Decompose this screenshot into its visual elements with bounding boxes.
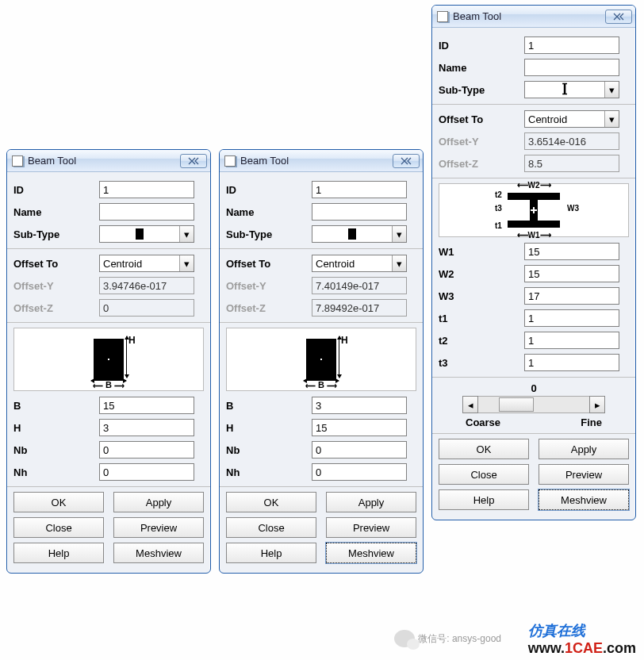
chevron-down-icon[interactable]: ▾ (604, 111, 619, 127)
ibeam-icon: Ⅰ (562, 81, 567, 98)
offset-y-input (524, 132, 619, 150)
preview-button[interactable]: Preview (113, 517, 204, 538)
name-input[interactable] (312, 203, 407, 221)
dim-b-label: ⟵ B ⟶ (93, 380, 125, 389)
close-button[interactable] (605, 10, 632, 24)
ok-button[interactable]: OK (439, 439, 529, 459)
param-label: H (226, 422, 312, 434)
apply-button[interactable]: Apply (326, 492, 416, 512)
section-diagram: H ⟵ B ⟶ (226, 328, 416, 391)
titlebar[interactable]: Beam Tool (7, 150, 210, 172)
watermark-com: .com (603, 640, 636, 656)
param-w2-input[interactable] (524, 265, 619, 282)
offset-y-label: Offset-Y (13, 280, 99, 292)
param-label: Nh (226, 466, 312, 478)
param-nb-input[interactable] (312, 441, 407, 459)
offset-to-value: Centroid (525, 113, 604, 125)
id-input[interactable] (312, 181, 407, 198)
slider-left-button[interactable]: ◂ (462, 396, 478, 413)
param-nh-input[interactable] (99, 463, 194, 481)
ok-button[interactable]: OK (226, 492, 316, 512)
id-input[interactable] (99, 181, 194, 198)
chevron-down-icon[interactable]: ▾ (604, 82, 619, 98)
dim-h-label: H (341, 335, 348, 346)
subtype-combo[interactable]: Ⅰ▾ (524, 81, 619, 98)
param-b-input[interactable] (99, 397, 194, 414)
offset-to-combo[interactable]: Centroid▾ (524, 110, 619, 128)
param-h-input[interactable] (99, 419, 194, 436)
dim-w1: ⟵W1⟶ (517, 231, 551, 240)
wechat-text: 微信号: ansys-good (418, 632, 501, 646)
slider-fine-label: Fine (581, 416, 602, 428)
slider-track[interactable] (478, 396, 589, 413)
subtype-value (312, 228, 392, 240)
help-button[interactable]: Help (439, 489, 529, 510)
ok-button[interactable]: OK (13, 492, 104, 512)
slider-right-button[interactable]: ▸ (589, 396, 605, 413)
divider (432, 104, 635, 105)
offset-to-combo[interactable]: Centroid▾ (312, 255, 407, 272)
param-label: B (13, 400, 99, 412)
param-t2-input[interactable] (524, 332, 619, 349)
window-title: Beam Tool (453, 10, 605, 22)
param-b-input[interactable] (312, 397, 407, 414)
divider (220, 486, 423, 487)
chevron-down-icon[interactable]: ▾ (392, 255, 406, 271)
app-icon (437, 11, 448, 22)
chevron-down-icon[interactable]: ▾ (392, 226, 406, 242)
offset-to-combo[interactable]: Centroid▾ (99, 255, 194, 272)
close-button[interactable] (180, 154, 207, 168)
meshview-button[interactable]: Meshview (539, 489, 629, 510)
param-t1-input[interactable] (524, 309, 619, 327)
name-label: Name (13, 206, 99, 218)
param-t3-input[interactable] (524, 354, 619, 371)
slider-coarse-label: Coarse (466, 416, 500, 428)
dim-w2: ⟵W2⟶ (517, 181, 551, 190)
param-nh-input[interactable] (312, 463, 407, 481)
offset-to-value: Centroid (100, 258, 179, 270)
param-nb-input[interactable] (99, 441, 194, 459)
param-label: W3 (439, 290, 524, 302)
help-button[interactable]: Help (13, 543, 104, 563)
chevron-down-icon[interactable]: ▾ (179, 255, 194, 271)
app-icon (12, 155, 23, 167)
dim-h-label: H (128, 335, 136, 346)
close-button[interactable]: Close (439, 464, 529, 485)
subtype-combo[interactable]: ▾ (312, 225, 407, 243)
rect-icon (136, 228, 144, 240)
close-button[interactable]: Close (13, 517, 104, 538)
param-w1-input[interactable] (524, 243, 619, 260)
param-label: B (226, 400, 312, 412)
slider-thumb[interactable] (499, 397, 534, 412)
apply-button[interactable]: Apply (113, 492, 204, 512)
param-w3-input[interactable] (524, 287, 619, 305)
name-input[interactable] (524, 59, 619, 76)
param-h-input[interactable] (312, 419, 407, 436)
meshview-button[interactable]: Meshview (113, 543, 204, 563)
offset-to-label: Offset To (226, 258, 312, 270)
close-icon (401, 157, 412, 165)
param-label: t2 (439, 335, 524, 347)
site-watermark: 仿真在线 www.1CAE.com (528, 621, 636, 657)
dim-t1: t1 (495, 221, 502, 230)
window-title: Beam Tool (28, 155, 180, 167)
subtype-combo[interactable]: ▾ (99, 225, 194, 243)
close-button[interactable] (393, 154, 420, 168)
help-button[interactable]: Help (226, 543, 316, 563)
section-diagram: H ⟵ B ⟶ (13, 328, 204, 391)
id-input[interactable] (524, 36, 619, 54)
apply-button[interactable]: Apply (539, 439, 629, 459)
param-label: t3 (439, 357, 524, 369)
chevron-down-icon[interactable]: ▾ (179, 226, 194, 242)
dim-b-label: ⟵ B ⟶ (305, 380, 337, 389)
titlebar[interactable]: Beam Tool (220, 150, 423, 172)
close-button[interactable]: Close (226, 517, 316, 538)
meshview-button[interactable]: Meshview (326, 543, 416, 563)
preview-button[interactable]: Preview (539, 464, 629, 485)
param-label: W2 (439, 268, 524, 280)
titlebar[interactable]: Beam Tool (432, 6, 635, 28)
offset-z-input (312, 299, 407, 317)
name-input[interactable] (99, 203, 194, 221)
dialog-body: ID Name Sub-Type ▾ Offset To Centroid▾ O… (220, 172, 423, 573)
preview-button[interactable]: Preview (326, 517, 416, 538)
